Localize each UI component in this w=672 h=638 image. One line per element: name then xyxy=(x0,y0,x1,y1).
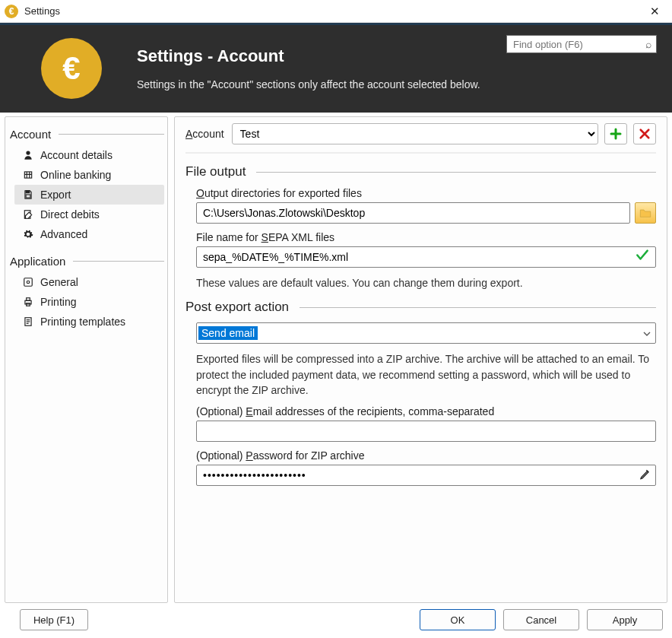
window-close-button[interactable]: ✕ xyxy=(637,0,672,23)
sidebar-item-printing[interactable]: Printing xyxy=(14,292,164,312)
output-dir-label: Output directories for exported files xyxy=(196,187,656,199)
post-export-selected-value: Send email xyxy=(198,326,258,340)
sidebar-item-label: Online banking xyxy=(40,169,111,181)
svg-rect-5 xyxy=(26,191,30,193)
account-selector-row: Account Test xyxy=(185,123,656,154)
sidebar-item-label: Export xyxy=(40,189,71,201)
sidebar-item-label: Direct debits xyxy=(40,208,100,221)
sidebar-group-application-label: Application xyxy=(10,255,65,268)
defaults-note: These values are default values. You can… xyxy=(196,275,656,290)
sidebar-item-label: Account details xyxy=(40,149,113,161)
delete-account-button[interactable] xyxy=(633,123,656,144)
settings-gear-icon xyxy=(21,277,36,287)
sidebar-item-export[interactable]: Export xyxy=(14,185,164,205)
find-option-box[interactable]: ⌕ xyxy=(506,35,657,53)
sidebar-group-account-label: Account xyxy=(10,128,51,141)
sidebar-item-label: General xyxy=(40,276,78,288)
person-icon xyxy=(21,150,36,160)
browse-folder-button[interactable] xyxy=(635,202,656,224)
bank-icon xyxy=(21,170,36,180)
svg-rect-8 xyxy=(24,278,33,287)
sepa-file-label: File name for SEPA XML files xyxy=(196,231,656,243)
sidebar-group-application: Application xyxy=(10,255,164,268)
section-post-export-label: Post export action xyxy=(185,300,289,315)
edit-doc-icon xyxy=(21,209,36,220)
svg-point-0 xyxy=(26,151,30,154)
gear-icon xyxy=(21,229,36,240)
svg-point-9 xyxy=(27,281,30,284)
output-dir-input[interactable] xyxy=(196,202,630,224)
svg-rect-11 xyxy=(27,298,30,301)
settings-sidebar: Account Account details Online banking E… xyxy=(5,116,168,603)
sidebar-item-account-details[interactable]: Account details xyxy=(14,145,164,165)
sidebar-item-label: Printing templates xyxy=(40,316,125,328)
account-select[interactable]: Test xyxy=(232,123,598,144)
sidebar-item-label: Printing xyxy=(40,296,76,308)
printer-icon xyxy=(21,297,36,307)
template-doc-icon xyxy=(21,316,36,327)
zip-password-input[interactable] xyxy=(196,465,656,486)
post-export-action-select[interactable]: Send email xyxy=(196,322,656,344)
settings-header: € Settings - Account Settings in the "Ac… xyxy=(0,23,672,113)
section-file-output-label: File output xyxy=(185,164,246,179)
sidebar-item-general[interactable]: General xyxy=(14,272,164,292)
app-coin-icon: € xyxy=(5,5,18,18)
email-recipients-label: (Optional) Email addresses of the recipi… xyxy=(196,405,656,417)
sidebar-item-direct-debits[interactable]: Direct debits xyxy=(14,205,164,224)
valid-check-icon xyxy=(635,248,650,267)
section-post-export: Post export action xyxy=(185,300,656,315)
page-description: Settings in the "Account" sections only … xyxy=(137,78,661,90)
sidebar-item-label: Advanced xyxy=(40,228,87,240)
chevron-down-icon xyxy=(639,329,651,338)
ok-button[interactable]: OK xyxy=(420,609,496,630)
window-title: Settings xyxy=(24,5,637,17)
settings-content: Account Test File output Output director… xyxy=(174,116,667,603)
sidebar-item-printing-templates[interactable]: Printing templates xyxy=(14,312,164,332)
dialog-footer: Help (F1) OK Cancel Apply xyxy=(0,603,672,638)
zip-password-label: (Optional) Password for ZIP archive xyxy=(196,449,656,462)
section-file-output: File output xyxy=(185,164,656,179)
save-icon xyxy=(21,189,36,200)
cancel-button[interactable]: Cancel xyxy=(503,609,579,630)
sidebar-item-advanced[interactable]: Advanced xyxy=(14,224,164,244)
account-label: Account xyxy=(185,128,224,140)
post-export-description: Exported files will be compressed into a… xyxy=(196,351,656,398)
add-account-button[interactable] xyxy=(604,123,627,144)
sepa-filename-input[interactable] xyxy=(196,246,656,268)
sidebar-item-online-banking[interactable]: Online banking xyxy=(14,165,164,185)
window-titlebar: € Settings ✕ xyxy=(0,0,672,23)
search-icon: ⌕ xyxy=(645,38,651,50)
email-recipients-input[interactable] xyxy=(196,421,656,442)
header-coin-icon: € xyxy=(41,38,102,99)
help-button[interactable]: Help (F1) xyxy=(20,609,88,630)
edit-password-icon[interactable] xyxy=(639,468,651,483)
sidebar-group-account: Account xyxy=(10,128,164,141)
find-option-input[interactable] xyxy=(512,38,642,51)
apply-button[interactable]: Apply xyxy=(587,609,663,630)
